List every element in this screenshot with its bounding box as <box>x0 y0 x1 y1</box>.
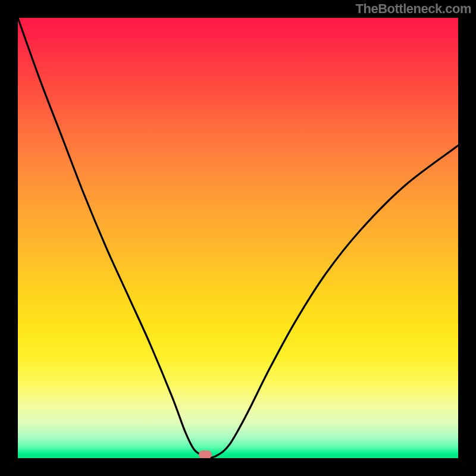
optimal-marker <box>199 450 212 458</box>
bottleneck-curve <box>18 18 458 458</box>
chart-frame: TheBottleneck.com <box>0 0 476 476</box>
plot-area <box>18 18 458 458</box>
watermark-text: TheBottleneck.com <box>356 1 471 17</box>
